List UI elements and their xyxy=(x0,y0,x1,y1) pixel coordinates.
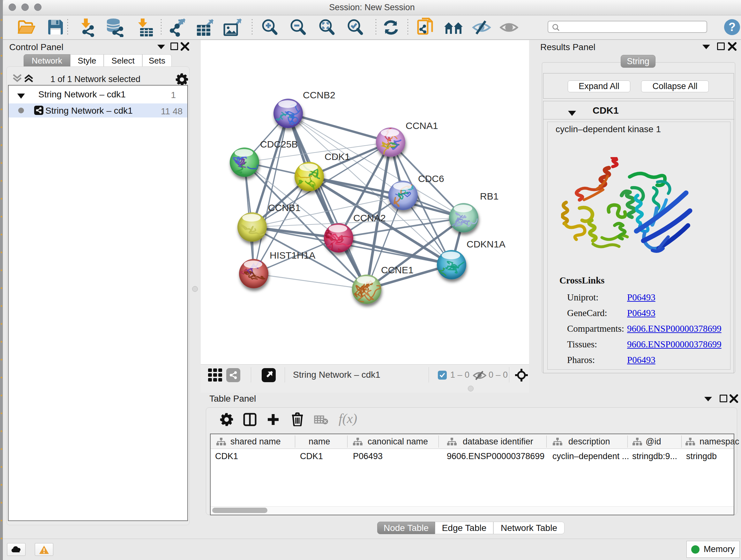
svg-text:CCNB1: CCNB1 xyxy=(268,202,300,213)
svg-text:HIST1H1A: HIST1H1A xyxy=(270,250,315,260)
svg-text:CDC25B: CDC25B xyxy=(260,139,298,149)
svg-text:CCNE1: CCNE1 xyxy=(381,265,414,275)
svg-text:CDK1: CDK1 xyxy=(325,151,350,162)
svg-text:CCNB2: CCNB2 xyxy=(303,90,335,100)
svg-text:RB1: RB1 xyxy=(480,191,498,201)
svg-text:CDKN1A: CDKN1A xyxy=(467,239,506,249)
svg-text:CDC6: CDC6 xyxy=(418,173,444,184)
svg-text:CCNA1: CCNA1 xyxy=(406,120,438,131)
svg-text:CCNA2: CCNA2 xyxy=(353,212,386,223)
